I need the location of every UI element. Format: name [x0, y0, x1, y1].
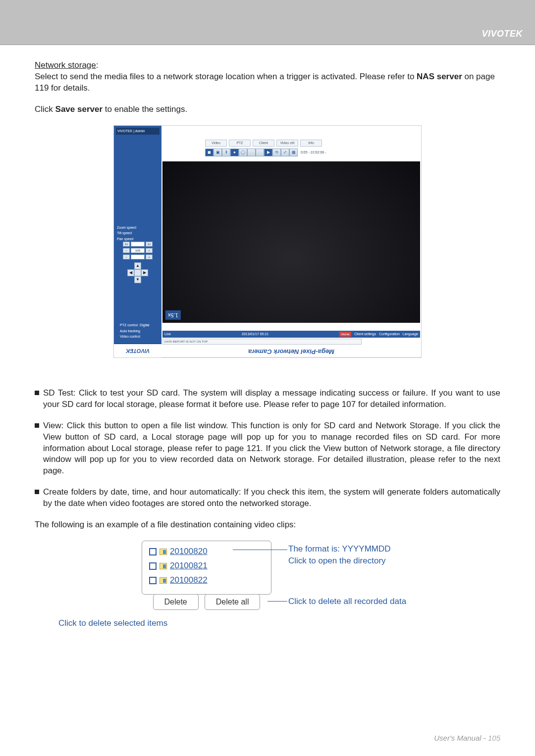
annot-format: The format is: YYYYMMDD [288, 544, 391, 555]
folder-link-3[interactable]: 20100822 [170, 575, 208, 586]
ctrl-minus[interactable]: 1x [123, 242, 130, 247]
bullet-sd-test-text: SD Test: Click to test your SD card. The… [43, 388, 500, 410]
tb-btn-9[interactable]: ⟲ [272, 149, 281, 156]
bullet-square-icon [35, 490, 39, 494]
tb-btn-6[interactable] [247, 149, 256, 156]
dpad-left[interactable]: ◀ [127, 269, 134, 276]
save-server-bold: Save server [55, 104, 103, 114]
dpad-center[interactable] [134, 269, 141, 276]
para1-prefix: Select to send the media files to a netw… [35, 72, 417, 81]
folder-checkbox[interactable] [149, 548, 157, 555]
save-server-para: Click Save server to enable the settings… [35, 104, 500, 115]
delete-all-button[interactable]: Delete all [205, 594, 261, 610]
dpad-down[interactable]: ▼ [134, 276, 141, 283]
ctrl-value-3[interactable] [131, 254, 145, 259]
bullet-list: SD Test: Click to test your SD card. The… [35, 388, 500, 509]
ctrl-plus-3[interactable]: + [146, 254, 153, 259]
camera-sidebar: VIVOTEK | Admin Zoom speed Tilt speed Pa… [114, 126, 161, 357]
camera-main-area: Video PTZ Client Video ctrl Info ◼ ▣ Ⅱ ●… [161, 126, 421, 357]
folder-checkbox[interactable] [149, 562, 157, 570]
delete-button[interactable]: Delete [153, 594, 199, 610]
tab-video-ctrl[interactable]: Video ctrl [276, 140, 298, 147]
camera-sidebar-controls: Zoom speed Tilt speed Pan speed 1x 1x − … [114, 225, 161, 283]
tb-btn-5[interactable]: ◯ [239, 149, 247, 156]
tb-btn-10[interactable]: ⤢ [281, 149, 289, 156]
status-badge-home[interactable]: Home [339, 332, 351, 337]
tb-timestamp: 0:05 - 22:02:08 - [301, 150, 326, 154]
button-row: Delete Delete all [142, 594, 271, 610]
camera-sidebar-bottom: PTZ control Digital Auto tracking Video … [114, 322, 161, 339]
ctrl-minus-3[interactable]: − [123, 254, 130, 259]
tab-client[interactable]: Client [253, 140, 274, 147]
ctrl-value-2[interactable]: 100 [131, 248, 145, 253]
status-date: 2013/01/17 05:21 [242, 332, 269, 336]
document-page: VIVOTEK Network storage: Select to send … [0, 0, 535, 756]
network-storage-para: Network storage: Select to send the medi… [35, 60, 500, 94]
tab-video[interactable]: Video [205, 140, 227, 147]
annot-delete-sel: Click to delete selected items [58, 618, 167, 629]
folder-link-1[interactable]: 20100820 [170, 546, 208, 557]
tb-btn-2[interactable]: ▣ [214, 149, 222, 156]
folder-icon [160, 563, 167, 569]
annot-delete-all: Click to delete all recorded data [288, 596, 406, 607]
ctrl-plus[interactable]: 1x [146, 242, 153, 247]
annot-line-format [233, 550, 287, 550]
video-control-label: Video control [117, 334, 159, 339]
folder-icon [160, 549, 167, 555]
camera-tabs: Video PTZ Client Video ctrl Info [205, 140, 322, 147]
status-link-client[interactable]: Client settings [354, 332, 376, 336]
camera-video-feed[interactable]: 1.5x [162, 161, 420, 323]
folder-icon [160, 577, 167, 584]
tb-btn-7[interactable] [256, 149, 264, 156]
bullet-square-icon [35, 423, 39, 428]
vivotek-logo-text: VIVOTEK [126, 347, 150, 354]
tb-btn-4[interactable]: ● [230, 149, 239, 156]
folder-list-box: 20100820 20100821 20100822 [142, 541, 271, 595]
folder-row-3: 20100822 [149, 575, 264, 586]
camera-sidebar-header: VIVOTEK | Admin [116, 128, 160, 135]
bullet-sd-test: SD Test: Click to test your SD card. The… [35, 388, 500, 410]
folder-checkbox[interactable] [149, 577, 157, 584]
footer-label: User's Manual - [434, 734, 488, 742]
tb-btn-8[interactable]: ▶ [264, 149, 272, 156]
page-footer: User's Manual - 105 [434, 734, 500, 742]
tb-btn-1[interactable]: ◼ [205, 149, 214, 156]
dpad-right[interactable]: ▶ [141, 269, 148, 276]
camera-status-bar: Live 2013/01/17 05:21 Home Client settin… [162, 331, 420, 338]
page-header-bar: VIVOTEK [0, 0, 535, 45]
camera-info-bar: DATA REPORT IS NOT ON TOP [162, 339, 362, 345]
camera-title: Mega-Pixel Network Camera [161, 347, 421, 357]
folder-link-2[interactable]: 20100821 [170, 560, 208, 572]
annot-open-dir: Click to open the directory [288, 555, 386, 567]
tb-btn-3[interactable]: Ⅱ [222, 149, 230, 156]
section-heading: Network storage [35, 60, 96, 70]
tilt-speed-label: Tilt speed [114, 230, 161, 236]
pan-speed-label: Pan speed [114, 236, 161, 242]
page-content: Network storage: Select to send the medi… [0, 45, 535, 640]
camera-toolbar: ◼ ▣ Ⅱ ● ◯ ▶ ⟲ ⤢ ▦ 0:05 - 22:02:08 - [205, 149, 326, 156]
zoom-speed-label: Zoom speed [114, 225, 161, 230]
status-link-lang[interactable]: Language [403, 332, 418, 336]
status-link-config[interactable]: Configuration [379, 332, 400, 336]
annot-line-delete-all [268, 601, 287, 602]
nas-server-bold: NAS server [417, 72, 462, 81]
ctrl-value-1[interactable] [131, 242, 145, 247]
dpad-up[interactable]: ▲ [134, 262, 141, 269]
tab-ptz[interactable]: PTZ [229, 140, 251, 147]
bullet-folders-text: Create folders by date, time, and hour a… [43, 487, 500, 509]
ptz-control-label: PTZ control Digital [117, 322, 159, 328]
ctrl-minus-2[interactable]: − [123, 248, 130, 253]
folder-row-2: 20100821 [149, 560, 264, 572]
para2-suffix: to enable the settings. [103, 104, 187, 114]
auto-tracking-label: Auto tracking [117, 328, 159, 334]
bullet-view: View: Click this button to open a file l… [35, 420, 500, 477]
tab-info[interactable]: Info [300, 140, 322, 147]
bullet-folders: Create folders by date, time, and hour a… [35, 487, 500, 509]
footer-page-number: 105 [488, 734, 500, 742]
ctrl-plus-2[interactable]: + [146, 248, 153, 253]
camera-ui-screenshot: VIVOTEK | Admin Zoom speed Tilt speed Pa… [113, 125, 422, 358]
camera-sidebar-logo: VIVOTEK [114, 344, 161, 357]
folder-row-1: 20100820 [149, 546, 264, 557]
zoom-badge: 1.5x [165, 310, 181, 320]
tb-btn-11[interactable]: ▦ [289, 149, 298, 156]
